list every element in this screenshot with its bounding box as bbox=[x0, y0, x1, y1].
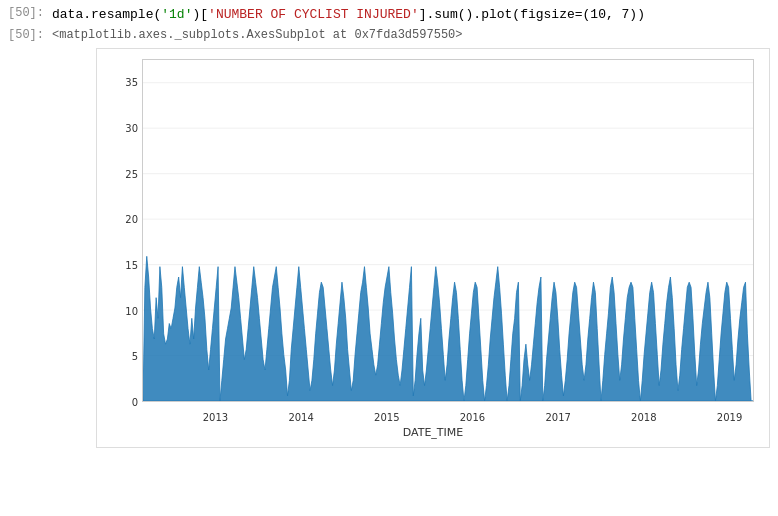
x-tick-2014: 2014 bbox=[288, 412, 313, 423]
y-tick-5: 5 bbox=[132, 351, 138, 362]
cell-output-number: [50]: bbox=[8, 28, 52, 42]
y-tick-15: 15 bbox=[125, 260, 138, 271]
output-text: <matplotlib.axes._subplots.AxesSubplot a… bbox=[52, 28, 462, 42]
code-data: data bbox=[52, 7, 83, 22]
output-cell-line: [50]: <matplotlib.axes._subplots.AxesSub… bbox=[0, 26, 778, 44]
x-tick-2016: 2016 bbox=[460, 412, 485, 423]
y-tick-0: 0 bbox=[132, 397, 138, 408]
x-tick-2013: 2013 bbox=[203, 412, 228, 423]
y-tick-25: 25 bbox=[125, 168, 138, 179]
x-tick-2018: 2018 bbox=[631, 412, 656, 423]
cell-code: data.resample('1d')['NUMBER OF CYCLIST I… bbox=[52, 6, 645, 24]
y-axis: 0 5 10 15 20 25 30 35 bbox=[97, 59, 142, 402]
x-axis: 2013 2014 2015 2016 2017 2018 2019 bbox=[142, 402, 754, 447]
plot-container: 0 5 10 15 20 25 30 35 bbox=[96, 48, 770, 448]
x-tick-2017: 2017 bbox=[545, 412, 570, 423]
code-string-1d: '1d' bbox=[161, 7, 192, 22]
x-axis-label: DATE_TIME bbox=[403, 426, 464, 439]
code-column-name: 'NUMBER OF CYCLIST INJURED' bbox=[208, 7, 419, 22]
y-tick-10: 10 bbox=[125, 305, 138, 316]
y-tick-35: 35 bbox=[125, 77, 138, 88]
notebook-cell: [50]: data.resample('1d')['NUMBER OF CYC… bbox=[0, 0, 778, 454]
code-sum-plot: ].sum().plot(figsize=(10, 7)) bbox=[419, 7, 645, 22]
cell-input-number: [50]: bbox=[8, 6, 52, 20]
x-tick-2015: 2015 bbox=[374, 412, 399, 423]
code-bracket-open: )[ bbox=[192, 7, 208, 22]
plot-cell-line: 0 5 10 15 20 25 30 35 bbox=[0, 44, 778, 450]
plot-svg bbox=[143, 60, 753, 401]
input-cell-line: [50]: data.resample('1d')['NUMBER OF CYC… bbox=[0, 4, 778, 26]
y-tick-30: 30 bbox=[125, 122, 138, 133]
x-tick-2019: 2019 bbox=[717, 412, 742, 423]
code-resample: .resample( bbox=[83, 7, 161, 22]
plot-area bbox=[142, 59, 754, 402]
y-tick-20: 20 bbox=[125, 214, 138, 225]
